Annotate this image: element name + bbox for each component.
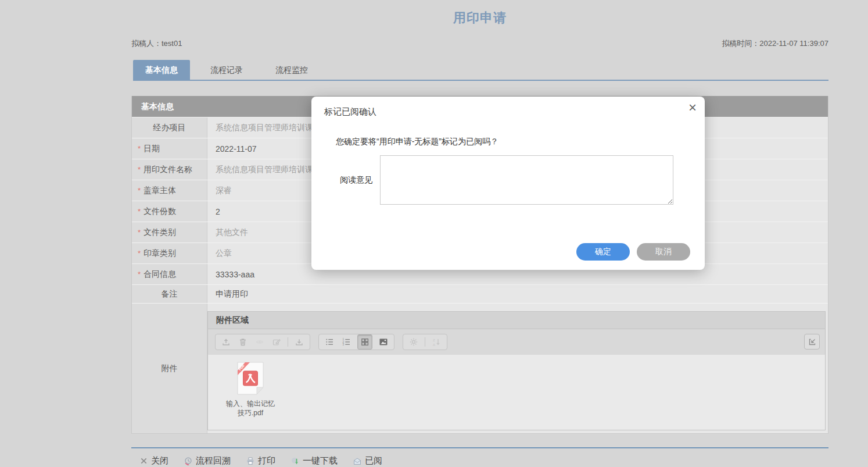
dialog-title: 标记已阅确认	[324, 106, 376, 117]
required-asterisk: *	[138, 270, 141, 279]
view-mode-group: 123	[318, 334, 394, 350]
field-label-cell: * 文件份数	[132, 201, 207, 222]
drafter-info: 拟稿人：test01	[131, 38, 182, 49]
thumbnail-view-button[interactable]	[378, 336, 389, 348]
dialog-actions: 确定 取消	[576, 243, 690, 261]
svg-text:A: A	[433, 343, 435, 347]
field-label-cell: * 盖章主体	[132, 180, 207, 201]
required-asterisk: *	[138, 207, 141, 216]
download-button[interactable]	[293, 336, 305, 348]
sort-az-icon: ZA	[432, 337, 441, 347]
grid-view-icon	[360, 337, 370, 347]
field-label: 日期	[144, 144, 160, 154]
pdf-file-icon: PDF	[225, 362, 275, 395]
mark-read-action[interactable]: 已阅	[353, 455, 382, 466]
field-label: 文件类别	[144, 227, 176, 238]
close-action-label: 关闭	[151, 455, 168, 466]
tab-process-record[interactable]: 流程记录	[198, 60, 255, 80]
file-action-group	[215, 334, 310, 350]
image-view-icon	[379, 337, 388, 347]
attachment-panel: 附件区域	[207, 311, 826, 430]
required-asterisk: *	[138, 228, 141, 237]
process-trace-label: 流程回溯	[196, 455, 231, 466]
one-click-download-action[interactable]: 一键下载	[290, 455, 338, 466]
attachment-list: PDF 输入、输出记忆 技巧.pdf	[208, 355, 825, 430]
required-asterisk: *	[138, 165, 141, 174]
attachment-cell: 附件区域	[207, 304, 828, 433]
dialog-close-icon[interactable]: ×	[688, 99, 697, 116]
collapse-panel-button[interactable]	[804, 334, 820, 350]
toolbar-divider	[288, 337, 288, 347]
bullet-list-view-button[interactable]	[324, 336, 335, 348]
cancel-button[interactable]: 取消	[637, 243, 690, 261]
footer-action-bar: 关闭 流程回溯 打印 一键下载 已阅	[139, 455, 382, 466]
one-click-download-icon	[290, 457, 300, 466]
trash-icon	[238, 337, 248, 347]
mark-read-label: 已阅	[365, 455, 382, 466]
field-label: 经办项目	[153, 123, 186, 133]
corner-import-icon	[808, 337, 817, 347]
draft-time-value: 2022-11-07 11:39:07	[759, 39, 828, 48]
table-row: 备注 申请用印	[132, 284, 828, 303]
reading-comment-textarea[interactable]	[380, 155, 673, 205]
history-clock-icon	[184, 457, 193, 466]
required-asterisk: *	[138, 186, 141, 195]
attachment-file-name: 输入、输出记忆 技巧.pdf	[225, 399, 275, 418]
numbered-list-view-button[interactable]: 123	[340, 336, 352, 348]
preview-button[interactable]	[254, 336, 266, 348]
read-mail-icon	[353, 457, 362, 466]
upload-icon	[221, 337, 231, 347]
field-value: 申请用印	[207, 285, 828, 303]
eye-icon	[255, 337, 264, 347]
svg-text:Z: Z	[433, 338, 435, 342]
field-label-cell: * 日期	[132, 138, 207, 159]
svg-text:3: 3	[343, 343, 345, 346]
close-action[interactable]: 关闭	[139, 455, 168, 466]
tab-process-monitor[interactable]: 流程监控	[263, 60, 320, 80]
drafter-value: test01	[162, 39, 182, 48]
field-label-cell: * 用印文件名称	[132, 159, 207, 180]
field-label: 文件份数	[144, 206, 176, 217]
bullet-list-icon	[325, 337, 334, 347]
delete-button[interactable]	[237, 336, 249, 348]
printer-icon	[246, 457, 255, 466]
attachment-file-item[interactable]: PDF 输入、输出记忆 技巧.pdf	[225, 362, 275, 418]
sort-button[interactable]: ZA	[431, 336, 442, 348]
grid-view-button[interactable]	[357, 334, 372, 350]
field-label-cell: * 印章类别	[132, 243, 207, 263]
tab-basic-info[interactable]: 基本信息	[133, 60, 190, 80]
meta-row: 拟稿人：test01 拟稿时间：2022-11-07 11:39:07	[131, 38, 828, 49]
field-label: 用印文件名称	[144, 165, 192, 175]
numbered-list-icon: 123	[342, 337, 351, 347]
field-label-cell: 备注	[132, 285, 207, 303]
draft-time-info: 拟稿时间：2022-11-07 11:39:07	[722, 38, 828, 49]
footer-divider	[131, 447, 828, 448]
field-label: 附件	[162, 363, 178, 374]
download-icon	[295, 337, 304, 347]
field-label: 盖章主体	[144, 186, 176, 196]
upload-button[interactable]	[220, 336, 232, 348]
edit-pencil-icon	[272, 337, 281, 347]
settings-group: ZA	[403, 334, 447, 350]
attachment-row: 附件 附件区域	[132, 303, 828, 433]
drafter-label: 拟稿人：	[131, 39, 162, 48]
tab-bar: 基本信息 流程记录 流程监控	[133, 60, 828, 81]
print-action[interactable]: 打印	[246, 455, 275, 466]
attachment-toolbar: 123	[208, 329, 825, 355]
edit-button[interactable]	[271, 336, 282, 348]
toolbar-divider	[425, 337, 425, 347]
field-label-cell: 经办项目	[132, 117, 207, 138]
settings-button[interactable]	[408, 336, 419, 348]
process-trace-action[interactable]: 流程回溯	[184, 455, 231, 466]
attachment-panel-title: 附件区域	[208, 312, 825, 329]
confirm-button[interactable]: 确定	[576, 243, 630, 261]
page-title: 用印申请	[131, 9, 828, 27]
field-label: 备注	[162, 289, 178, 300]
field-label: 合同信息	[144, 269, 176, 280]
field-label-cell: * 合同信息	[132, 264, 207, 284]
mark-read-confirm-dialog: 标记已阅确认 × 您确定要将“用印申请-无标题”标记为已阅吗？ 阅读意见 确定 …	[311, 97, 705, 270]
close-x-icon	[139, 457, 148, 465]
field-label-cell: * 文件类别	[132, 222, 207, 243]
draft-time-label: 拟稿时间：	[722, 39, 759, 48]
required-asterisk: *	[138, 249, 141, 258]
